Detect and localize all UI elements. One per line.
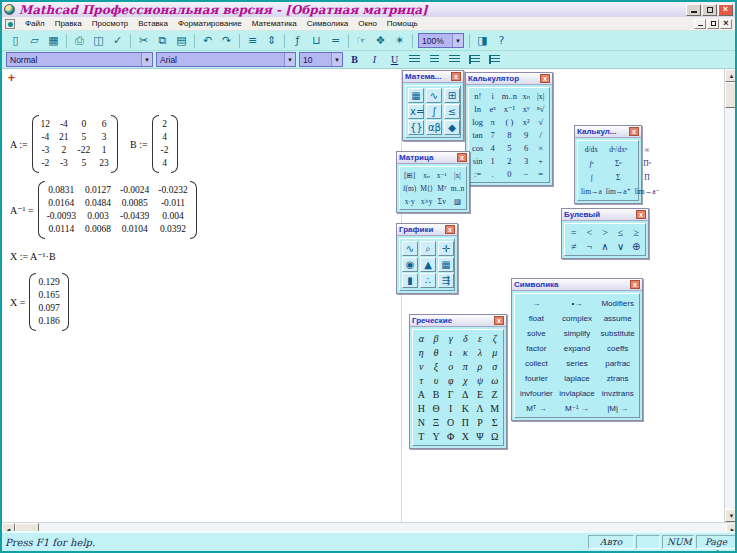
calculator-palette-button[interactable]: ( ) [505,116,515,128]
doc-minimize-button[interactable] [694,19,706,29]
math-palette-button[interactable]: ∿ [426,88,442,103]
menu-item-1[interactable]: Файл [20,19,50,28]
greek-palette-button[interactable]: μ [491,346,498,359]
calculator-palette-button[interactable]: := [473,168,482,180]
greek-palette-button[interactable]: π [462,360,469,373]
calculator-palette-button[interactable]: . [491,168,495,180]
calculus-palette-button[interactable]: Σ [615,171,621,184]
calculator-palette-button[interactable]: n! [473,90,482,102]
chevron-down-icon[interactable]: ▼ [452,34,463,47]
greek-palette-button[interactable]: Κ [461,402,470,415]
calculator-palette-button[interactable]: x⁻¹ [503,103,516,115]
greek-palette-button[interactable]: Ψ [475,430,484,443]
greek-palette-button[interactable]: Γ [447,388,455,401]
graph-palette-button[interactable]: ⌕ [420,241,436,256]
scroll-down-button[interactable]: ▼ [725,509,737,522]
menu-item-4[interactable]: Вставка [133,19,173,28]
bullet-list-button[interactable] [466,52,483,67]
chevron-down-icon[interactable]: ▼ [331,53,342,66]
symbolic-palette-button[interactable]: •→ [571,296,584,310]
open-button[interactable]: ▱ [25,32,44,49]
symbolic-palette-button[interactable]: invztrans [601,386,635,400]
boolean-palette-button[interactable]: > [601,226,609,239]
calculus-palette-button[interactable]: dⁿ/dxⁿ [608,143,628,156]
matrix-palette-button[interactable]: xₙ [422,169,431,181]
align-right-button[interactable] [446,52,463,67]
boolean-palette-button[interactable]: = [570,226,578,239]
symbolic-palette-button[interactable]: invlaplace [558,386,596,400]
document-icon[interactable] [5,19,15,29]
calculator-palette-titlebar[interactable]: Калькуляторx [466,73,552,85]
math-region-vector-X[interactable]: X =0.1290.1650.0970.186 [10,273,69,331]
matrix-palette-button[interactable]: x×y [420,195,434,207]
separate-regions-button[interactable]: ⇕ [262,32,281,49]
math-palette-button[interactable]: αβ [426,120,442,135]
vertical-scroll-thumb[interactable] [725,82,737,108]
boolean-palette-button[interactable]: ≤ [617,226,625,239]
greek-palette-button[interactable]: Ε [476,388,484,401]
print-preview-button[interactable]: ◫ [89,32,108,49]
symbolic-palette-button[interactable]: float [528,311,545,325]
italic-button[interactable]: I [366,52,383,67]
scroll-up-button[interactable]: ▲ [725,69,737,82]
greek-palette-button[interactable]: Ξ [432,416,440,429]
calculus-palette-button[interactable]: Π [643,171,650,184]
matrix-palette-button[interactable]: m..n [450,182,465,194]
math-palette-button[interactable]: ≤ [444,104,460,119]
calculator-palette-button[interactable]: 2 [506,155,512,167]
greek-palette-button[interactable]: Ν [417,416,426,429]
greek-palette-button[interactable]: Μ [489,402,500,415]
math-palette-button[interactable]: ◆ [444,120,460,135]
symbolic-palette-button[interactable]: laplace [563,371,590,385]
bold-button[interactable]: B [346,52,363,67]
matrix-palette-button[interactable]: f(m) [402,182,417,194]
matrix-palette-button[interactable]: M⟨⟩ [419,182,434,194]
calculator-palette-button[interactable]: 5 [506,142,512,154]
greek-palette-button[interactable]: η [418,346,425,359]
matrix-palette-button[interactable]: x⁻¹ [436,169,448,181]
close-icon[interactable]: x [630,280,640,289]
align-center-button[interactable] [426,52,443,67]
calculator-palette-button[interactable]: m..n [501,90,518,102]
vertical-scrollbar[interactable]: ▲ ▼ [724,69,737,522]
copy-button[interactable]: ⧉ [153,32,172,49]
symbolic-palette-button[interactable]: M⁻¹ → [564,401,590,415]
greek-palette-button[interactable]: Τ [417,430,425,443]
greek-palette-button[interactable]: λ [477,346,483,359]
boolean-palette-button[interactable]: ≥ [632,226,640,239]
calculus-palette-button[interactable]: ∞ [643,143,650,156]
boolean-palette-button[interactable]: ¬ [586,240,594,253]
style-combo[interactable]: Normal ▼ [6,52,153,67]
minimize-button[interactable] [686,4,701,16]
greek-palette-button[interactable]: Υ [431,430,440,443]
calculator-palette-button[interactable]: cos [471,142,484,154]
insert-unit-button[interactable]: ⊔ [307,32,326,49]
underline-button[interactable]: U [386,52,403,67]
matrix-palette-button[interactable]: |x| [453,169,462,181]
math-palette-button[interactable]: x= [408,104,424,119]
menu-item-9[interactable]: Помощь [382,19,423,28]
greek-palette-button[interactable]: Ω [490,430,499,443]
symbolic-palette-button[interactable]: Mᵀ → [525,401,547,415]
menu-item-6[interactable]: Математика [247,19,302,28]
redo-button[interactable]: ↷ [217,32,236,49]
math-palette-button[interactable]: {} [408,120,424,135]
close-icon[interactable]: x [540,74,550,83]
calculus-palette-button[interactable]: Σⁿ [614,157,623,170]
greek-palette-button[interactable]: ο [447,360,454,373]
matrix-palette-button[interactable]: ▨ [453,195,462,207]
matrix-palette-button[interactable]: Σv [437,195,447,207]
calculator-palette-button[interactable]: |x| [536,90,546,102]
chevron-down-icon[interactable]: ▼ [141,53,152,66]
greek-palette-button[interactable]: ν [418,360,424,373]
boolean-palette-button[interactable]: ⊕ [631,240,641,253]
menu-item-3[interactable]: Просмотр [87,19,134,28]
doc-close-button[interactable]: × [720,19,732,29]
calculator-palette-button[interactable]: − [523,168,530,180]
greek-palette-button[interactable]: Π [461,416,470,429]
calculus-palette-button[interactable]: lim→a⁺ [605,185,632,198]
symbolic-palette-button[interactable]: complex [561,311,593,325]
symbolic-palette-button[interactable]: simplify [563,326,592,340]
greek-palette-button[interactable]: κ [462,346,469,359]
symbolic-palette-button[interactable]: parfrac [604,356,631,370]
